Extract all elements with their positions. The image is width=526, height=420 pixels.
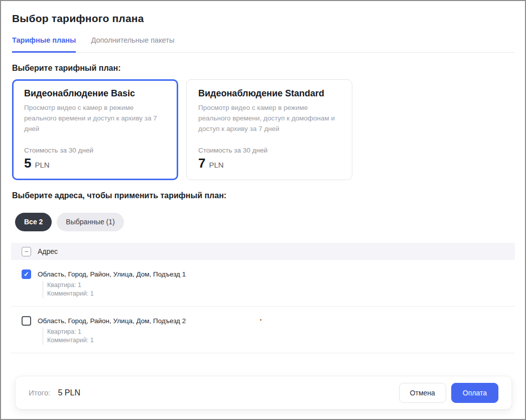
plan-card-basic[interactable]: Видеонаблюдение Basic Просмотр видео с к… [12, 79, 178, 180]
row-checkbox-unchecked[interactable] [22, 316, 31, 326]
detail-comment: Комментарий: 1 [47, 336, 186, 345]
tab-additional-packages[interactable]: Дополнительные пакеты [91, 34, 174, 53]
tab-bar: Тарифные планы Дополнительные пакеты [11, 34, 515, 53]
price-value: 5 [24, 156, 31, 171]
price-period-label: Стоимость за 30 дней [24, 147, 166, 154]
address-table: − Адрес ✓ Область, Город, Район, Улица, … [11, 243, 515, 353]
plan-name: Видеонаблюдение Standard [198, 88, 340, 99]
page-title: Выбор тарифного плана [12, 13, 515, 25]
select-all-checkbox[interactable]: − [22, 247, 31, 256]
detail-apartment: Квартира: 1 [47, 281, 186, 290]
plan-section-heading: Выберите тарифный план: [12, 64, 515, 73]
plan-cards: Видеонаблюдение Basic Просмотр видео с к… [12, 79, 515, 180]
stray-pixel-artifact [260, 319, 261, 321]
plan-price-block: Стоимость за 30 дней 5 PLN [24, 147, 166, 171]
filter-chip-selected[interactable]: Выбранные (1) [57, 213, 123, 231]
check-icon: ✓ [24, 270, 29, 278]
plan-description: Просмотр видео с камер в режиме реальног… [24, 102, 166, 134]
address-filter-chips: Все 2 Выбранные (1) [15, 213, 515, 231]
plan-card-standard[interactable]: Видеонаблюдение Standard Просмотр видео … [186, 79, 352, 180]
address-details: Квартира: 1 Комментарий: 1 [43, 281, 186, 298]
tab-tariff-plans[interactable]: Тарифные планы [12, 34, 76, 53]
price-currency: PLN [35, 161, 49, 169]
total-value: 5 PLN [58, 388, 80, 397]
address-section-heading: Выберите адреса, чтобы применить тарифны… [12, 191, 515, 200]
plan-name: Видеонаблюдение Basic [24, 88, 166, 99]
minus-icon: − [24, 248, 28, 255]
address-column-header: Адрес [38, 247, 58, 255]
row-checkbox-checked[interactable]: ✓ [22, 269, 31, 279]
filter-chip-all[interactable]: Все 2 [15, 213, 52, 231]
address-row-2: Область, Город, Район, Улица, Дом, Подъе… [11, 307, 515, 353]
address-text: Область, Город, Район, Улица, Дом, Подъе… [38, 317, 186, 325]
total-footer-bar: Итого: 5 PLN Отмена Оплата [15, 376, 512, 409]
pay-button[interactable]: Оплата [451, 383, 498, 403]
plan-description: Просмотр видео с камер в режиме реальног… [198, 102, 340, 134]
tariff-selection-dialog: Выбор тарифного плана Тарифные планы Доп… [0, 0, 526, 420]
detail-apartment: Квартира: 1 [47, 328, 186, 336]
price-value: 7 [198, 156, 205, 171]
detail-comment: Комментарий: 1 [47, 290, 186, 298]
price-period-label: Стоимость за 30 дней [198, 147, 340, 154]
price-currency: PLN [209, 161, 223, 169]
total-label: Итого: [29, 388, 50, 397]
plan-price-block: Стоимость за 30 дней 7 PLN [198, 147, 340, 171]
address-text: Область, Город, Район, Улица, Дом, Подъе… [38, 270, 186, 278]
address-table-header: − Адрес [11, 243, 515, 260]
address-details: Квартира: 1 Комментарий: 1 [43, 328, 186, 345]
address-row-1: ✓ Область, Город, Район, Улица, Дом, Под… [11, 260, 515, 307]
cancel-button[interactable]: Отмена [399, 383, 446, 403]
